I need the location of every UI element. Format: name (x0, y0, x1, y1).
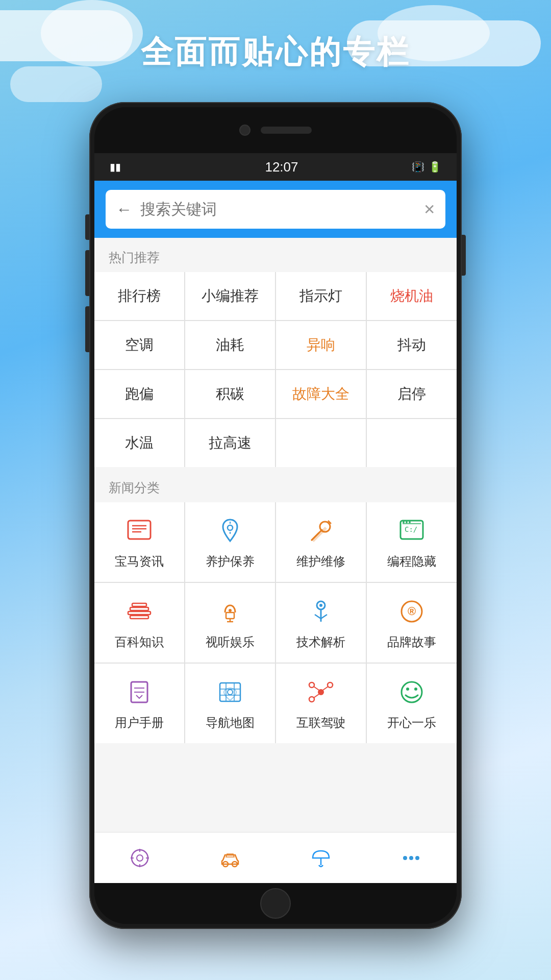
coding-icon: C:/ (395, 514, 428, 547)
tag-youhao[interactable]: 油耗 (185, 321, 275, 369)
page-title: 全面而贴心的专栏 (0, 31, 551, 74)
svg-rect-18 (128, 611, 151, 615)
svg-point-42 (402, 682, 422, 702)
nav-column[interactable] (308, 845, 334, 871)
tag-empty1 (276, 419, 366, 467)
svg-point-55 (409, 856, 413, 860)
svg-point-36 (309, 682, 314, 688)
hot-section-title: 热门推荐 (94, 238, 457, 272)
svg-point-14 (403, 521, 405, 523)
repair-label: 维护维修 (296, 553, 345, 570)
tag-paixingbang[interactable]: 排行榜 (94, 272, 184, 320)
svg-point-34 (228, 690, 233, 695)
entertainment-label: 视听娱乐 (206, 634, 255, 650)
svg-rect-19 (130, 616, 148, 619)
phone-top-bar (94, 107, 457, 153)
phone-home-area (94, 883, 457, 924)
power-button (85, 214, 89, 240)
search-box: ← ✕ (106, 190, 445, 229)
bmw-news-icon (123, 514, 156, 547)
encyclopedia-label: 百科知识 (115, 634, 164, 650)
tag-yixiang[interactable]: 异响 (276, 321, 366, 369)
tag-shaojiyou[interactable]: 烧机油 (367, 272, 457, 320)
phone-inner: ▮▮ 12:07 📳 🔋 ← ✕ 热门推荐 (94, 107, 457, 924)
svg-point-38 (309, 697, 314, 702)
brand-icon: ® (395, 595, 428, 628)
home-button[interactable] (260, 888, 291, 919)
status-bar: ▮▮ 12:07 📳 🔋 (94, 153, 457, 181)
manual-label: 用户手册 (115, 715, 164, 731)
svg-point-16 (409, 521, 411, 523)
vibrate-icon: 📳 (412, 161, 424, 173)
category-bmw-news[interactable]: 宝马资讯 (94, 502, 184, 582)
tag-doudong[interactable]: 抖动 (367, 321, 457, 369)
tag-jitan[interactable]: 积碳 (185, 370, 275, 418)
category-connected[interactable]: 互联驾驶 (276, 664, 366, 743)
tag-xiaobian[interactable]: 小编推荐 (185, 272, 275, 320)
svg-point-24 (229, 609, 232, 612)
signal-icon: ▮▮ (110, 161, 121, 173)
category-brand[interactable]: ® 品牌故事 (367, 583, 457, 663)
tag-zhishideng[interactable]: 指示灯 (276, 272, 366, 320)
content-area: 热门推荐 排行榜 小编推荐 指示灯 烧机油 空调 油耗 异响 抖动 跑偏 积碳 … (94, 238, 457, 883)
nav-more[interactable] (398, 845, 424, 871)
svg-point-54 (403, 856, 407, 860)
nav-car[interactable] (217, 845, 243, 871)
news-section-title: 新闻分类 (94, 468, 457, 502)
bottom-spacer (94, 744, 457, 754)
category-entertainment[interactable]: 视听娱乐 (185, 583, 275, 663)
nav-discover[interactable] (127, 845, 153, 871)
back-button[interactable]: ← (116, 200, 132, 219)
svg-line-41 (314, 694, 319, 698)
svg-point-44 (414, 688, 417, 691)
vol-down-button (85, 306, 89, 352)
coding-label: 编程隐藏 (387, 553, 436, 570)
tag-kongtiao[interactable]: 空调 (94, 321, 184, 369)
clear-button[interactable]: ✕ (423, 201, 435, 218)
bmw-news-label: 宝马资讯 (115, 553, 164, 570)
fun-label: 开心一乐 (387, 715, 436, 731)
tech-label: 技术解析 (296, 634, 345, 650)
phone-screen: ▮▮ 12:07 📳 🔋 ← ✕ 热门推荐 (94, 153, 457, 883)
tag-paopian[interactable]: 跑偏 (94, 370, 184, 418)
connected-icon (305, 676, 337, 708)
search-input[interactable] (140, 201, 415, 218)
tag-qiting[interactable]: 启停 (367, 370, 457, 418)
connected-label: 互联驾驶 (296, 715, 345, 731)
tags-grid: 排行榜 小编推荐 指示灯 烧机油 空调 油耗 异响 抖动 跑偏 积碳 故障大全 … (94, 272, 457, 467)
svg-text:C:/: C:/ (405, 525, 417, 533)
manual-icon (123, 676, 156, 708)
brand-label: 品牌故事 (387, 634, 436, 650)
svg-point-27 (319, 604, 322, 607)
tag-shuiwen[interactable]: 水温 (94, 419, 184, 467)
svg-point-4 (228, 525, 233, 530)
svg-line-40 (323, 687, 328, 690)
navigation-icon (214, 676, 246, 708)
status-icons: 📳 🔋 (412, 161, 441, 173)
category-coding[interactable]: C:/ 编程隐藏 (367, 502, 457, 582)
category-tech[interactable]: 技术解析 (276, 583, 366, 663)
fun-icon (395, 676, 428, 708)
vol-up-button (85, 250, 89, 296)
category-repair[interactable]: 维护维修 (276, 502, 366, 582)
tag-guzhang[interactable]: 故障大全 (276, 370, 366, 418)
tag-lagaosu[interactable]: 拉高速 (185, 419, 275, 467)
category-maintenance[interactable]: 养护保养 (185, 502, 275, 582)
svg-line-39 (314, 687, 319, 690)
category-fun[interactable]: 开心一乐 (367, 664, 457, 743)
camera (239, 125, 251, 136)
svg-rect-0 (128, 521, 151, 539)
svg-point-15 (406, 521, 408, 523)
category-navigation[interactable]: 导航地图 (185, 664, 275, 743)
category-encyclopedia[interactable]: 百科知识 (94, 583, 184, 663)
svg-point-46 (137, 855, 143, 861)
svg-rect-33 (220, 683, 240, 701)
maintenance-icon (214, 514, 246, 547)
speaker (261, 127, 312, 134)
bottom-navigation (94, 832, 457, 883)
svg-point-43 (406, 688, 409, 691)
car-icon (217, 845, 243, 871)
svg-rect-20 (132, 603, 146, 606)
category-manual[interactable]: 用户手册 (94, 664, 184, 743)
svg-point-37 (328, 682, 333, 688)
